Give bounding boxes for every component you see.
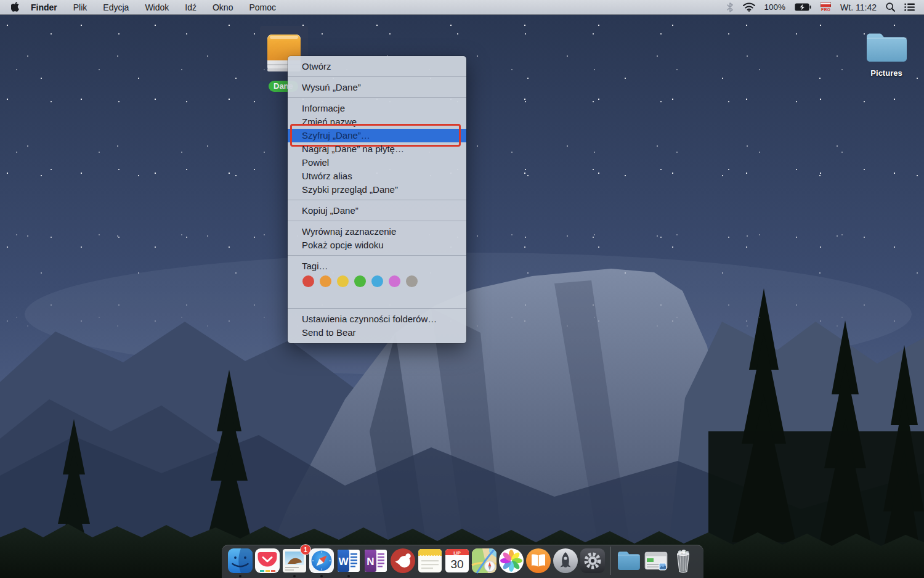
desktop: Finder Plik Edycja Widok Idź Okno Pomoc … [0,0,924,578]
menubar-menu-pomoc[interactable]: Pomoc [241,0,284,15]
menu-separator [288,97,466,98]
desktop-icon-pictures[interactable]: Pictures [863,28,910,78]
dock-item-bear[interactable] [389,547,416,574]
photos-icon [498,547,525,574]
dock-item-documents-folder[interactable] [615,547,642,574]
dock: 1 W [222,545,703,578]
minimized-window-icon [642,547,670,574]
menubar-menu-idz[interactable]: Idź [177,0,205,15]
tag-green-dot[interactable] [354,275,366,287]
svg-text:N: N [367,556,374,568]
running-indicator [320,575,323,577]
menu-item-send-to-bear[interactable]: Send to Bear [288,326,466,340]
tag-orange-dot[interactable] [320,275,331,287]
onenote-icon: N [362,547,389,574]
menu-separator [288,200,466,200]
dock-item-trash[interactable] [670,547,697,574]
calendar-icon: LIP 30 [444,547,471,574]
tag-gray-dot[interactable] [406,275,418,287]
menu-item-clean-up-selection[interactable]: Wyrównaj zaznaczenie [288,225,466,238]
dock-item-mail[interactable]: 1 [281,547,308,574]
menu-item-duplicate[interactable]: Powiel [288,156,466,169]
dock-item-onenote[interactable]: N [362,547,389,574]
menubar-menu-plik[interactable]: Plik [65,0,95,15]
menubar-menu-widok[interactable]: Widok [137,0,177,15]
menu-item-show-view-options[interactable]: Pokaż opcje widoku [288,238,466,252]
dock-item-minimized-window[interactable] [642,547,670,574]
tag-purple-dot[interactable] [389,275,400,287]
menu-item-encrypt-label: Szyfruj „Dane”… [302,130,370,140]
dock-item-ibooks[interactable] [525,547,552,574]
menu-item-eject[interactable]: Wysuń „Dane” [288,81,466,94]
context-menu: Otwórz Wysuń „Dane” Informacje Zmień naz… [288,56,466,343]
menu-item-open[interactable]: Otwórz [288,60,466,73]
launchpad-icon [552,547,579,574]
menu-item-copy[interactable]: Kopiuj „Dane” [288,204,466,218]
safari-icon [308,547,335,574]
tag-color-row [288,273,466,288]
polish-flag-icon [821,2,831,7]
svg-text:30: 30 [450,558,463,571]
dock-item-notes[interactable] [416,547,444,574]
battery-percent: 100% [764,2,786,12]
svg-text:LIP: LIP [453,550,461,556]
menu-item-get-info[interactable]: Informacje [288,102,466,115]
bluetooth-icon[interactable] [726,2,734,12]
tag-blue-dot[interactable] [371,275,383,287]
battery-charging-icon[interactable] [795,3,811,11]
pictures-label: Pictures [863,68,910,78]
notification-center-icon[interactable] [904,3,915,11]
wifi-icon[interactable] [743,2,755,12]
spotlight-search-icon[interactable] [886,2,895,12]
menu-item-burn[interactable]: Nagraj „Dane” na płytę… [288,142,466,156]
menu-item-quick-look[interactable]: Szybki przegląd „Dane” [288,183,466,197]
finder-icon [227,547,254,574]
system-preferences-icon [579,547,606,574]
folder-icon [863,28,910,65]
menu-separator [288,255,466,256]
dock-item-system-preferences[interactable] [579,547,606,574]
dock-item-launchpad[interactable] [552,547,579,574]
pro-menu-icon[interactable]: PRO [821,2,831,12]
word-icon: W [335,547,362,574]
dock-item-safari[interactable] [308,547,335,574]
menu-item-make-alias[interactable]: Utwórz alias [288,169,466,183]
menu-item-folder-actions-setup[interactable]: Ustawienia czynności folderów… [288,312,466,326]
maps-icon [471,547,498,574]
menu-item-encrypt[interactable]: Szyfruj „Dane”… [288,129,466,142]
dock-item-pocket[interactable] [254,547,281,574]
menu-separator [288,308,466,309]
menubar-menu-finder[interactable]: Finder [23,0,65,15]
pocket-icon [254,547,281,574]
running-indicator [293,575,296,577]
svg-text:W: W [338,556,349,568]
tag-red-dot[interactable] [302,275,314,287]
trash-full-icon [670,547,697,574]
apple-menu-icon[interactable] [9,2,23,12]
pro-label: PRO [821,8,830,12]
running-indicator [239,575,241,577]
dock-item-maps[interactable] [471,547,498,574]
running-indicator [347,575,350,577]
dock-item-photos[interactable] [498,547,525,574]
menu-item-tags[interactable]: Tagi… [288,259,466,273]
bear-icon [389,547,416,574]
dock-item-word[interactable]: W [335,547,362,574]
notes-icon [416,547,444,574]
menu-separator [288,76,466,77]
dock-item-calendar[interactable]: LIP 30 [444,547,471,574]
menu-separator [288,221,466,221]
ibooks-icon [525,547,552,574]
menubar-clock[interactable]: Wt. 11:42 [840,2,877,12]
menu-bar: Finder Plik Edycja Widok Idź Okno Pomoc … [0,0,924,15]
menubar-menu-okno[interactable]: Okno [205,0,241,15]
dock-item-finder[interactable] [227,547,254,574]
dock-separator [610,547,611,575]
tag-yellow-dot[interactable] [337,275,349,287]
menu-item-rename[interactable]: Zmień nazwę [288,115,466,129]
documents-folder-icon [615,547,642,574]
menubar-menu-edycja[interactable]: Edycja [95,0,137,15]
